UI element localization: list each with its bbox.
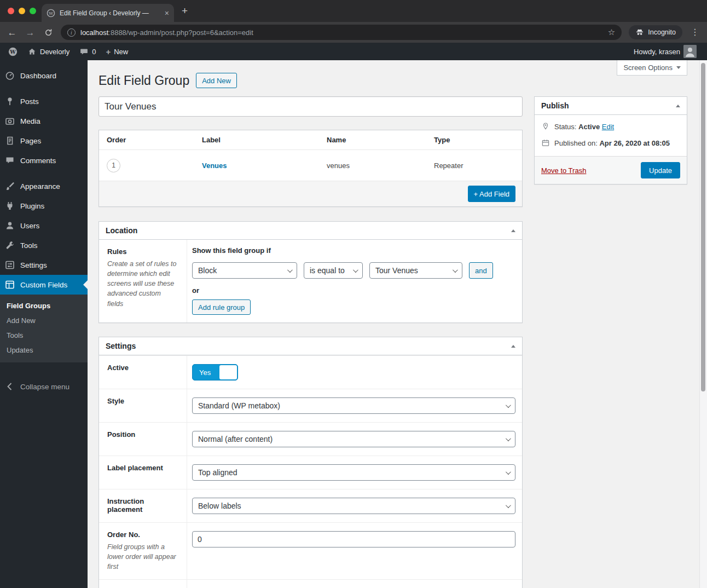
submenu-item-field-groups[interactable]: Field Groups: [0, 298, 88, 313]
field-order-handle[interactable]: 1: [107, 159, 120, 172]
submenu-item-updates[interactable]: Updates: [0, 343, 88, 358]
bookmark-star-icon[interactable]: ☆: [608, 27, 615, 37]
page-header: Edit Field Group Add New: [98, 73, 707, 88]
add-rule-group-button[interactable]: Add rule group: [192, 299, 251, 315]
rule-param-select[interactable]: Block: [192, 262, 297, 279]
sidebar-item-plugins[interactable]: Plugins: [0, 196, 88, 216]
browser-menu-icon[interactable]: ⋮: [689, 28, 700, 37]
sidebar-item-media[interactable]: Media: [0, 111, 88, 131]
sidebar-item-tools[interactable]: Tools: [0, 235, 88, 255]
forward-button[interactable]: →: [25, 28, 36, 37]
field-label-link[interactable]: Venues: [202, 162, 227, 170]
or-label: or: [192, 286, 515, 295]
settings-sliders-icon: [4, 260, 15, 270]
avatar: [683, 45, 697, 58]
published-text: Published on: Apr 26, 2020 at 08:05: [554, 139, 670, 147]
calendar-icon: [541, 139, 550, 147]
location-panel-header: Location: [99, 222, 522, 240]
minimize-window-button[interactable]: [19, 8, 25, 14]
menu-separator: [0, 170, 88, 176]
my-account-menu[interactable]: Howdy, krasen: [629, 43, 702, 60]
comment-bubble-icon: [79, 47, 89, 56]
new-content-menu[interactable]: + New: [101, 43, 133, 60]
collapse-panel-icon[interactable]: [676, 105, 680, 107]
sidebar-item-label: Users: [20, 222, 39, 230]
and-rule-button[interactable]: and: [469, 262, 493, 279]
field-group-title-input[interactable]: [98, 96, 523, 117]
site-name-menu[interactable]: Develorly: [22, 43, 74, 60]
screen-options-button[interactable]: Screen Options: [617, 60, 687, 76]
comments-icon: [4, 155, 15, 166]
chevron-down-icon: [676, 66, 681, 69]
field-row[interactable]: 1 Venues venues Repeater: [99, 150, 522, 181]
sidebar-item-label: Settings: [20, 261, 47, 269]
column-header-order: Order: [99, 130, 194, 149]
side-column: Publish Status: Active Edit: [534, 96, 687, 185]
close-window-button[interactable]: [8, 8, 14, 14]
collapse-arrow-icon: [4, 381, 15, 392]
settings-panel-title: Settings: [106, 342, 136, 350]
toggle-knob: [219, 365, 237, 379]
new-tab-button[interactable]: +: [182, 5, 188, 17]
update-button[interactable]: Update: [641, 162, 680, 178]
column-header-type: Type: [426, 130, 522, 149]
published-value: Apr 26, 2020 at 08:05: [599, 139, 670, 147]
chevron-down-icon: [506, 503, 511, 508]
location-panel: Location Rules Create a set of rules to …: [98, 221, 523, 323]
add-field-button[interactable]: + Add Field: [468, 186, 515, 202]
settings-row-position: Position Normal (after content): [99, 422, 522, 456]
svg-text:W: W: [9, 48, 16, 54]
settings-row-label-placement: Label placement Top aligned: [99, 456, 522, 489]
label-placement-select[interactable]: Top aligned: [192, 464, 515, 481]
rule-value-select[interactable]: Tour Venues: [369, 262, 462, 279]
sidebar-item-posts[interactable]: Posts: [0, 91, 88, 111]
plus-icon: +: [106, 47, 111, 56]
add-new-button[interactable]: Add New: [196, 73, 237, 88]
settings-panel: Settings Active Yes Style: [98, 337, 523, 588]
rule-operator-select[interactable]: is equal to: [304, 262, 363, 279]
fields-table-header: Order Label Name Type: [99, 130, 522, 150]
address-bar[interactable]: i localhost:8888/wp-admin/post.php?post=…: [61, 25, 622, 40]
wrench-icon: [4, 240, 15, 251]
sidebar-item-comments[interactable]: Comments: [0, 151, 88, 170]
reload-button[interactable]: [43, 28, 54, 37]
fullscreen-window-button[interactable]: [30, 8, 36, 14]
sidebar-item-dashboard[interactable]: Dashboard: [0, 66, 88, 85]
style-select[interactable]: Standard (WP metabox): [192, 397, 515, 414]
position-select[interactable]: Normal (after content): [192, 431, 515, 447]
sidebar-item-custom-fields[interactable]: Custom Fields: [0, 275, 88, 295]
sidebar-item-settings[interactable]: Settings: [0, 255, 88, 275]
comments-menu[interactable]: 0: [74, 43, 101, 60]
location-rules-field-cell: Show this field group if Block is equal …: [187, 240, 522, 322]
submenu-item-tools[interactable]: Tools: [0, 328, 88, 343]
pushpin-icon: [4, 96, 15, 107]
chevron-down-icon: [353, 267, 358, 273]
settings-row-instruction-placement: Instruction placement Below labels: [99, 489, 522, 522]
active-toggle[interactable]: Yes: [192, 364, 238, 381]
sidebar-item-pages[interactable]: Pages: [0, 131, 88, 151]
back-button[interactable]: ←: [7, 28, 18, 37]
close-tab-icon[interactable]: ×: [165, 9, 169, 18]
chevron-down-icon: [506, 402, 511, 408]
sidebar-item-appearance[interactable]: Appearance: [0, 176, 88, 196]
instruction-placement-select[interactable]: Below labels: [192, 498, 515, 514]
sidebar-item-users[interactable]: Users: [0, 216, 88, 235]
location-panel-title: Location: [106, 226, 137, 235]
browser-tab[interactable]: W Edit Field Group ‹ Develorly — ×: [42, 4, 174, 22]
status-value: Active: [578, 123, 600, 131]
scrollbar-thumb[interactable]: [701, 63, 705, 391]
url-host: localhost: [80, 28, 108, 37]
edit-status-link[interactable]: Edit: [602, 123, 614, 131]
move-to-trash-link[interactable]: Move to Trash: [541, 166, 586, 175]
rules-title: Rules: [107, 247, 178, 256]
order-number-input[interactable]: [192, 531, 515, 547]
collapse-panel-icon[interactable]: [511, 229, 515, 232]
page-info-icon[interactable]: i: [67, 28, 76, 37]
url-path: :8888/wp-admin/post.php?post=6&action=ed…: [108, 28, 253, 37]
wp-logo-menu[interactable]: W: [3, 43, 22, 60]
collapse-panel-icon[interactable]: [511, 345, 515, 348]
submenu-item-add-new[interactable]: Add New: [0, 313, 88, 328]
collapse-menu-button[interactable]: Collapse menu: [0, 377, 88, 396]
incognito-badge: Incognito: [629, 25, 682, 39]
sidebar-item-label: Posts: [20, 97, 39, 106]
